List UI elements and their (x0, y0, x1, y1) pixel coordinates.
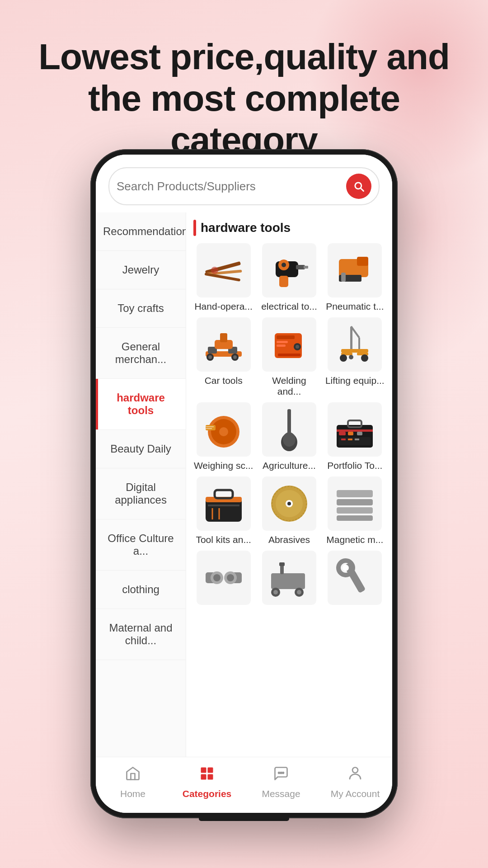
svg-point-35 (361, 354, 368, 362)
product-pneumatic[interactable]: Pneumatic t... (325, 243, 385, 312)
product-grid: Hand-opera... (193, 243, 385, 609)
sidebar-item-recommendation[interactable]: Recommendation (96, 212, 186, 251)
nav-label-home: Home (120, 788, 145, 799)
svg-point-94 (281, 772, 282, 774)
shovel-icon (267, 407, 312, 452)
product-lifting-equip[interactable]: Lifting equip... (325, 317, 385, 397)
sidebar-item-maternal-child[interactable]: Maternal and child... (96, 609, 186, 660)
svg-rect-11 (357, 257, 368, 266)
product-weighing-sc[interactable]: Weighing sc... (193, 402, 253, 471)
phone-frame: Recommendation Jewelry Toy crafts Genera… (90, 149, 398, 818)
product-hand-operated[interactable]: Hand-opera... (193, 243, 253, 312)
hero-section: Lowest price,quality and the most comple… (0, 36, 488, 161)
svg-rect-70 (337, 499, 373, 505)
svg-rect-49 (337, 429, 373, 432)
search-button[interactable] (346, 174, 371, 199)
nav-item-home[interactable]: Home (96, 765, 170, 799)
svg-rect-79 (271, 573, 305, 589)
sidebar-item-office-culture[interactable]: Office Culture a... (96, 519, 186, 571)
product-item13[interactable] (193, 551, 253, 609)
svg-point-28 (296, 345, 299, 349)
product-image-electrical-tools (262, 243, 316, 297)
svg-point-67 (287, 502, 291, 505)
product-image-portfolio-to (328, 402, 382, 457)
product-label-weighing-sc: Weighing sc... (194, 460, 253, 471)
svg-rect-52 (348, 432, 353, 435)
product-label-hand-operated: Hand-opera... (194, 301, 252, 312)
sidebar-item-general-merch[interactable]: General merchan... (96, 328, 186, 379)
product-label-abrasives: Abrasives (268, 534, 310, 545)
home-icon (125, 765, 141, 786)
nav-label-categories: Categories (183, 788, 232, 799)
svg-rect-53 (357, 432, 362, 435)
product-item15[interactable] (325, 551, 385, 609)
product-agriculture[interactable]: Agriculture... (259, 402, 319, 471)
home-indicator (199, 816, 289, 821)
svg-rect-89 (201, 768, 206, 773)
svg-point-95 (282, 772, 284, 774)
svg-point-83 (273, 590, 278, 594)
product-label-welding: Welding and... (259, 375, 319, 397)
sidebar-item-toy-crafts[interactable]: Toy crafts (96, 289, 186, 328)
product-label-portfolio-to: Portfolio To... (327, 460, 382, 471)
product-image-pneumatic (328, 243, 382, 297)
sidebar-item-digital-appliances[interactable]: Digital appliances (96, 468, 186, 519)
drill-icon (267, 248, 312, 293)
sidebar: Recommendation Jewelry Toy crafts Genera… (96, 212, 186, 757)
svg-rect-6 (304, 266, 308, 269)
svg-point-41 (219, 427, 228, 436)
pallet-jack-icon (332, 322, 377, 367)
product-item14[interactable] (259, 551, 319, 609)
product-label-tool-kits: Tool kits an... (196, 534, 251, 545)
svg-point-34 (340, 354, 347, 362)
svg-rect-26 (277, 344, 286, 347)
svg-rect-25 (277, 341, 288, 343)
svg-rect-71 (337, 507, 373, 514)
product-welding[interactable]: Welding and... (259, 317, 319, 397)
product-magnetic-m[interactable]: Magnetic m... (325, 476, 385, 545)
svg-point-3 (211, 267, 218, 274)
search-input[interactable] (117, 179, 346, 193)
nav-item-message[interactable]: Message (244, 765, 318, 799)
sidebar-item-jewelry[interactable]: Jewelry (96, 251, 186, 289)
product-label-magnetic-m: Magnetic m... (326, 534, 383, 545)
svg-rect-90 (208, 768, 213, 773)
product-image-item13 (197, 551, 251, 605)
product-electrical-tools[interactable]: electrical to... (259, 243, 319, 312)
person-icon (347, 765, 363, 786)
product-tool-kits[interactable]: Tool kits an... (193, 476, 253, 545)
product-abrasives[interactable]: Abrasives (259, 476, 319, 545)
main-content: hardware tools (186, 212, 392, 757)
nav-item-my-account[interactable]: My Account (318, 765, 392, 799)
product-car-tools[interactable]: Car tools (193, 317, 253, 397)
bag-icon (201, 481, 246, 526)
stapler-icon (332, 248, 377, 293)
content-area: Recommendation Jewelry Toy crafts Genera… (96, 212, 392, 757)
bottom-nav: Home Categories (96, 757, 392, 813)
svg-point-88 (343, 565, 349, 571)
product-portfolio-to[interactable]: Portfolio To... (325, 402, 385, 471)
search-bar[interactable] (108, 167, 380, 205)
svg-rect-55 (341, 439, 346, 440)
svg-rect-57 (355, 439, 359, 440)
toolbox-icon (332, 407, 377, 452)
nav-item-categories[interactable]: Categories (170, 765, 244, 799)
svg-rect-51 (339, 432, 346, 435)
product-label-pneumatic: Pneumatic t... (326, 301, 384, 312)
product-image-weighing-sc (197, 402, 251, 457)
svg-point-76 (213, 574, 221, 581)
svg-point-85 (297, 590, 301, 594)
svg-rect-13 (341, 273, 346, 282)
coupling-icon (201, 555, 246, 600)
svg-rect-30 (350, 326, 352, 351)
product-image-item15 (328, 551, 382, 605)
sidebar-item-hardware-tools[interactable]: hardware tools (96, 379, 186, 430)
svg-point-36 (349, 355, 353, 359)
wrench-icon (332, 555, 377, 600)
svg-point-96 (352, 768, 358, 773)
product-image-welding (262, 317, 316, 372)
welder-icon (267, 322, 312, 367)
svg-rect-72 (337, 515, 373, 521)
sidebar-item-clothing[interactable]: clothing (96, 571, 186, 609)
sidebar-item-beauty-daily[interactable]: Beauty Daily (96, 430, 186, 468)
